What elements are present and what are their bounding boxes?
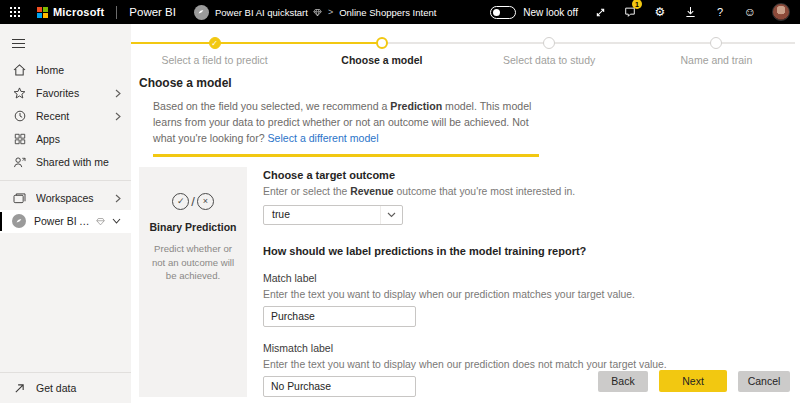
apps-grid-icon bbox=[12, 133, 27, 145]
accent-divider bbox=[153, 154, 539, 157]
nav-divider bbox=[116, 6, 117, 19]
match-label-title: Match label bbox=[263, 272, 667, 284]
mismatch-label-input[interactable] bbox=[263, 376, 416, 397]
chevron-right-icon bbox=[115, 89, 121, 98]
new-look-toggle-group: New look off bbox=[490, 6, 578, 19]
sidebar-footer: Get data bbox=[0, 372, 131, 403]
intro-bold-prediction: Prediction bbox=[390, 100, 442, 112]
sidebar-item-label: Power BI AI q... bbox=[34, 215, 96, 227]
sidebar-item-label: Home bbox=[36, 64, 121, 76]
new-look-toggle[interactable] bbox=[490, 6, 516, 19]
expand-icon[interactable] bbox=[592, 4, 608, 20]
waffle-menu-icon[interactable] bbox=[10, 7, 21, 18]
model-card-name: Binary Prediction bbox=[147, 221, 239, 233]
gem-icon bbox=[313, 8, 322, 17]
sidebar-item-favorites[interactable]: Favorites bbox=[0, 82, 131, 105]
back-button[interactable]: Back bbox=[598, 371, 648, 392]
wizard-stepper: Select a field to predict Choose a model… bbox=[131, 24, 800, 68]
cancel-button[interactable]: Cancel bbox=[738, 371, 790, 392]
match-label-description: Enter the text you want to display when … bbox=[263, 289, 667, 300]
labels-section-heading: How should we label predictions in the m… bbox=[263, 245, 667, 257]
dropdown-selected-value: true bbox=[264, 209, 380, 220]
settings-gear-icon[interactable]: ⚙ bbox=[652, 4, 668, 20]
step-select-field-to-predict[interactable]: Select a field to predict bbox=[131, 36, 298, 66]
workspaces-icon bbox=[12, 193, 27, 204]
breadcrumb-workspace[interactable]: Power BI AI quickstart bbox=[215, 7, 308, 18]
step-label: Select data to study bbox=[503, 54, 595, 66]
step-label: Name and train bbox=[680, 54, 752, 66]
sidebar-item-label: Shared with me bbox=[36, 156, 121, 168]
next-button[interactable]: Next bbox=[659, 370, 727, 392]
sidebar-item-apps[interactable]: Apps bbox=[0, 128, 131, 151]
feedback-smiley-icon[interactable]: ☺ bbox=[742, 4, 758, 20]
profile-avatar[interactable] bbox=[772, 3, 790, 21]
microsoft-logo bbox=[37, 7, 48, 18]
x-circle-icon: × bbox=[197, 193, 214, 210]
arrow-up-right-icon bbox=[12, 383, 27, 394]
chevron-right-icon bbox=[115, 112, 121, 121]
hamburger-menu-icon[interactable] bbox=[0, 30, 131, 59]
check-circle-icon: ✓ bbox=[172, 193, 189, 210]
help-icon[interactable]: ? bbox=[712, 4, 728, 20]
breadcrumb-page: Online Shoppers Intent bbox=[339, 7, 436, 18]
workspace-avatar bbox=[194, 5, 209, 20]
sidebar-divider bbox=[0, 180, 131, 181]
step-completed-check-icon bbox=[209, 37, 221, 49]
model-config-form: Choose a target outcome Enter or select … bbox=[263, 167, 667, 397]
download-icon[interactable] bbox=[682, 4, 698, 20]
notifications-icon[interactable]: 1 bbox=[622, 4, 638, 20]
mismatch-label-description: Enter the text you want to display when … bbox=[263, 359, 667, 370]
product-label[interactable]: Power BI bbox=[129, 6, 176, 18]
top-nav-bar: Microsoft Power BI Power BI AI quickstar… bbox=[0, 0, 800, 24]
chevron-down-icon[interactable] bbox=[112, 218, 121, 224]
wizard-footer: Back Next Cancel bbox=[598, 370, 790, 392]
sidebar-item-label: Apps bbox=[36, 133, 121, 145]
model-recommendation-text: Based on the field you selected, we reco… bbox=[153, 99, 549, 147]
chevron-right-icon bbox=[115, 194, 121, 203]
page-title: Choose a model bbox=[139, 76, 800, 90]
desc-text: Enter or select the bbox=[263, 186, 350, 197]
step-choose-a-model[interactable]: Choose a model bbox=[298, 36, 465, 66]
sidebar-item-current-workspace[interactable]: Power BI AI q... bbox=[0, 210, 131, 233]
brand-label: Microsoft bbox=[53, 6, 104, 18]
chevron-down-icon bbox=[380, 206, 402, 224]
sidebar-item-label: Workspaces bbox=[36, 192, 115, 204]
people-icon bbox=[12, 156, 27, 168]
sidebar-item-recent[interactable]: Recent bbox=[0, 105, 131, 128]
breadcrumb-separator: > bbox=[328, 7, 333, 17]
star-icon bbox=[12, 87, 27, 99]
sidebar-item-workspaces[interactable]: Workspaces bbox=[0, 187, 131, 210]
target-outcome-dropdown[interactable]: true bbox=[263, 205, 403, 225]
target-outcome-description: Enter or select the Revenue outcome that… bbox=[263, 186, 667, 197]
get-data-button[interactable]: Get data bbox=[0, 373, 131, 403]
step-upcoming-dot-icon bbox=[710, 37, 722, 49]
sidebar-item-home[interactable]: Home bbox=[0, 59, 131, 82]
gem-icon bbox=[96, 217, 105, 226]
model-card-description: Predict whether or not an outcome will b… bbox=[147, 242, 239, 284]
binary-prediction-model-card[interactable]: ✓/× Binary Prediction Predict whether or… bbox=[139, 167, 247, 397]
step-label: Choose a model bbox=[341, 54, 422, 66]
binary-prediction-icon: ✓/× bbox=[147, 193, 239, 210]
step-upcoming-dot-icon bbox=[543, 37, 555, 49]
get-data-label: Get data bbox=[36, 382, 121, 394]
main-content: Select a field to predict Choose a model… bbox=[131, 24, 800, 403]
select-different-model-link[interactable]: Select a different model bbox=[268, 132, 379, 144]
left-sidebar: Home Favorites Recent Apps bbox=[0, 24, 131, 403]
step-select-data-to-study[interactable]: Select data to study bbox=[466, 36, 633, 66]
step-name-and-train[interactable]: Name and train bbox=[633, 36, 800, 66]
workspace-avatar bbox=[12, 214, 26, 228]
target-outcome-heading: Choose a target outcome bbox=[263, 169, 667, 181]
desc-bold-revenue: Revenue bbox=[350, 186, 393, 197]
sidebar-item-label: Favorites bbox=[36, 87, 115, 99]
sidebar-item-shared-with-me[interactable]: Shared with me bbox=[0, 151, 131, 174]
match-label-input[interactable] bbox=[263, 306, 416, 327]
sidebar-item-label: Recent bbox=[36, 110, 115, 122]
step-label: Select a field to predict bbox=[162, 54, 268, 66]
breadcrumb: Power BI AI quickstart > Online Shoppers… bbox=[194, 5, 436, 20]
intro-text: Based on the field you selected, we reco… bbox=[153, 100, 390, 112]
mismatch-label-title: Mismatch label bbox=[263, 342, 667, 354]
desc-text: outcome that you're most interested in. bbox=[394, 186, 576, 197]
slash-icon: / bbox=[191, 194, 195, 209]
clock-icon bbox=[12, 110, 27, 122]
new-look-label: New look off bbox=[523, 7, 578, 18]
